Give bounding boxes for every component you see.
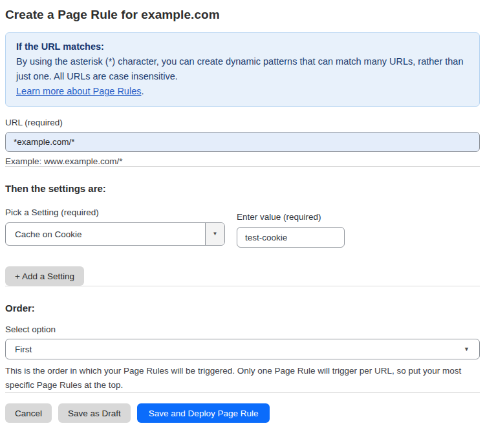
url-input[interactable] (5, 132, 480, 152)
save-and-deploy-button[interactable]: Save and Deploy Page Rule (137, 403, 270, 423)
setting-select-value: Cache on Cookie (6, 223, 205, 245)
settings-row: Pick a Setting (required) Cache on Cooki… (5, 208, 480, 248)
url-field-label: URL (required) (5, 118, 480, 127)
order-select[interactable]: First ▼ (5, 339, 480, 359)
info-box-heading: If the URL matches: (16, 39, 469, 54)
divider (5, 286, 480, 286)
setting-value-label: Enter value (required) (237, 212, 345, 222)
setting-select[interactable]: Cache on Cookie ▼ (5, 222, 225, 246)
add-setting-button[interactable]: + Add a Setting (5, 266, 84, 286)
setting-select-arrow-button[interactable]: ▼ (205, 223, 224, 245)
save-as-draft-button[interactable]: Save as Draft (58, 403, 131, 423)
order-section-heading: Order: (5, 303, 480, 314)
info-box-body: By using the asterisk (*) character, you… (16, 54, 469, 99)
order-help-text: This is the order in which your Page Rul… (5, 364, 477, 392)
link-period: . (141, 86, 144, 96)
setting-value-column: Enter value (required) (237, 212, 345, 248)
settings-section-heading: Then the settings are: (5, 183, 480, 194)
setting-picker-column: Pick a Setting (required) Cache on Cooki… (5, 208, 225, 248)
page-title: Create a Page Rule for example.com (5, 8, 480, 22)
url-example-helper: Example: www.example.com/* (5, 156, 480, 166)
chevron-down-icon: ▼ (464, 347, 469, 352)
cancel-button[interactable]: Cancel (5, 403, 52, 423)
order-select-value: First (15, 345, 32, 354)
setting-value-input[interactable] (237, 227, 345, 248)
divider (5, 166, 480, 167)
info-body-text: By using the asterisk (*) character, you… (16, 56, 464, 81)
learn-more-link[interactable]: Learn more about Page Rules (16, 86, 141, 96)
url-match-info-box: If the URL matches: By using the asteris… (5, 32, 480, 107)
divider (5, 392, 480, 393)
page-rule-form: Create a Page Rule for example.com If th… (0, 0, 485, 423)
order-select-label: Select option (5, 325, 480, 334)
setting-picker-label: Pick a Setting (required) (5, 208, 225, 217)
chevron-down-icon: ▼ (213, 231, 218, 237)
footer-actions: Cancel Save as Draft Save and Deploy Pag… (5, 403, 480, 423)
